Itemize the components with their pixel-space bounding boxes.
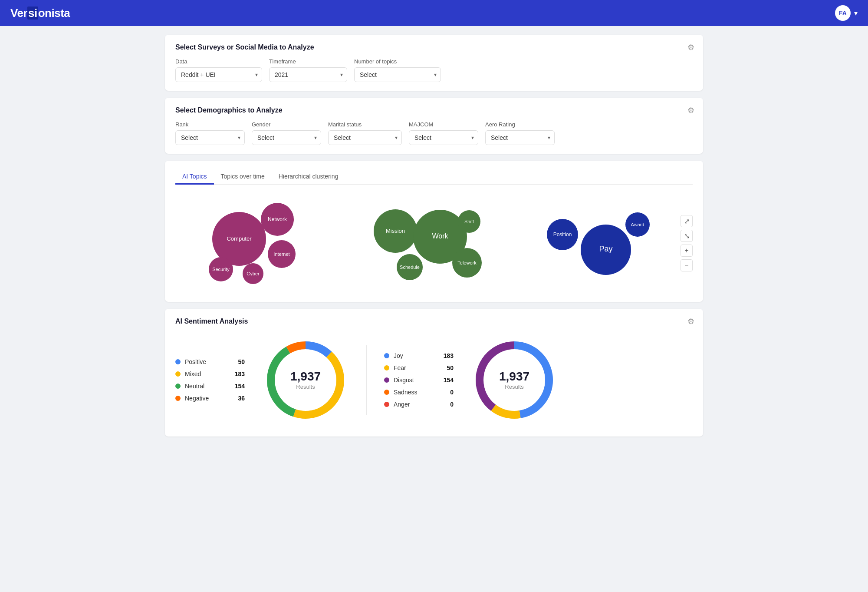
rank-select-wrapper: Select ▾	[175, 130, 245, 145]
avatar[interactable]: FA	[835, 5, 851, 21]
left-donut: 1,937 Results	[262, 337, 349, 423]
zoom-controls: ⤢ ⤡ + −	[681, 215, 693, 271]
legend-disgust: Disgust 154	[384, 377, 454, 384]
timeframe-select[interactable]: 2021 2020 2019	[269, 67, 347, 82]
data-select[interactable]: Reddit + UEI Survey Social Media	[175, 67, 262, 82]
bubble-group-tech: Computer Network Internet Security Cyber	[200, 193, 313, 293]
gender-select[interactable]: Select	[252, 130, 321, 145]
disgust-label: Disgust	[394, 377, 439, 384]
negative-value: 36	[238, 395, 245, 402]
bubble-cyber-label: Cyber	[247, 271, 260, 276]
majcom-label: MAJCOM	[409, 121, 478, 128]
disgust-dot	[384, 377, 389, 383]
zoom-out-button[interactable]: −	[681, 259, 693, 271]
data-select-wrapper: Reddit + UEI Survey Social Media ▾	[175, 67, 262, 82]
data-label: Data	[175, 58, 262, 65]
sentiment-content: Positive 50 Mixed 183 Neutral 154 Negati…	[175, 332, 693, 428]
tab-hierarchical-clustering[interactable]: Hierarchical clustering	[272, 169, 345, 185]
positive-dot	[175, 359, 181, 364]
bubble-network-label: Network	[268, 216, 287, 222]
negative-label: Negative	[185, 395, 233, 402]
left-donut-center: 1,937 Results	[290, 370, 321, 390]
bubble-security-label: Security	[212, 267, 230, 272]
tab-ai-topics[interactable]: AI Topics	[175, 169, 214, 185]
num-topics-select-wrapper: Select 5 10 15 ▾	[354, 67, 441, 82]
topics-tabs: AI Topics Topics over time Hierarchical …	[175, 169, 693, 185]
joy-value: 183	[444, 352, 454, 359]
bubble-work-label: Work	[432, 232, 448, 240]
topics-card: AI Topics Topics over time Hierarchical …	[165, 161, 703, 302]
rank-select[interactable]: Select	[175, 130, 245, 145]
marital-status-field-group: Marital status Select ▾	[328, 121, 402, 145]
gender-label: Gender	[252, 121, 321, 128]
disgust-value: 154	[444, 377, 454, 384]
right-donut-center: 1,937 Results	[499, 370, 529, 390]
majcom-select[interactable]: Select	[409, 130, 478, 145]
bubble-shift-label: Shift	[464, 219, 474, 224]
aero-rating-field-group: Aero Rating Select ▾	[485, 121, 555, 145]
zoom-in-button[interactable]: +	[681, 245, 693, 257]
topics-viz-container: Computer Network Internet Security Cyber…	[175, 193, 693, 293]
sadness-label: Sadness	[394, 389, 446, 396]
neutral-value: 154	[235, 383, 245, 390]
main-content: Select Surveys or Social Media to Analyz…	[130, 26, 738, 452]
rank-label: Rank	[175, 121, 245, 128]
num-topics-label: Number of topics	[354, 58, 441, 65]
mixed-label: Mixed	[185, 370, 230, 377]
bubble-award-label: Award	[631, 222, 644, 227]
anger-label: Anger	[394, 401, 446, 408]
sentiment-right-legend: Joy 183 Fear 50 Disgust 154 Sadness 0	[384, 352, 454, 408]
chevron-down-icon[interactable]: ▾	[854, 9, 858, 17]
mixed-dot	[175, 371, 181, 377]
positive-label: Positive	[185, 358, 233, 365]
majcom-field-group: MAJCOM Select ▾	[409, 121, 478, 145]
joy-label: Joy	[394, 352, 439, 359]
demographics-gear-icon[interactable]: ⚙	[687, 106, 694, 115]
compress-button[interactable]: ⤡	[681, 230, 693, 242]
legend-neutral: Neutral 154	[175, 383, 245, 390]
legend-positive: Positive 50	[175, 358, 245, 365]
sentiment-divider	[366, 345, 367, 415]
legend-fear: Fear 50	[384, 364, 454, 371]
fear-label: Fear	[394, 364, 442, 371]
surveys-gear-icon[interactable]: ⚙	[687, 43, 694, 52]
marital-status-select-wrapper: Select ▾	[328, 130, 402, 145]
bubble-internet-label: Internet	[274, 251, 290, 257]
bubble-viz: Computer Network Internet Security Cyber…	[175, 193, 681, 293]
right-donut-label: Results	[499, 384, 529, 390]
app-logo: Versionista	[10, 7, 70, 20]
num-topics-select[interactable]: Select 5 10 15	[354, 67, 441, 82]
joy-dot	[384, 353, 389, 358]
timeframe-select-wrapper: 2021 2020 2019 ▾	[269, 67, 347, 82]
legend-anger: Anger 0	[384, 401, 454, 408]
bubble-mission-label: Mission	[386, 228, 405, 234]
positive-value: 50	[238, 358, 245, 365]
marital-status-select[interactable]: Select	[328, 130, 402, 145]
sadness-dot	[384, 390, 389, 395]
surveys-card: Select Surveys or Social Media to Analyz…	[165, 35, 703, 91]
bubble-telework-label: Telework	[457, 260, 477, 265]
legend-negative: Negative 36	[175, 395, 245, 402]
neutral-label: Neutral	[185, 383, 230, 390]
app-header: Versionista FA ▾	[0, 0, 868, 26]
num-topics-field-group: Number of topics Select 5 10 15 ▾	[354, 58, 441, 82]
right-donut-total: 1,937	[499, 370, 529, 383]
fear-dot	[384, 365, 389, 370]
aero-rating-select-wrapper: Select ▾	[485, 130, 555, 145]
sentiment-gear-icon[interactable]: ⚙	[687, 317, 694, 326]
aero-rating-select[interactable]: Select	[485, 130, 555, 145]
legend-mixed: Mixed 183	[175, 370, 245, 377]
negative-dot	[175, 396, 181, 401]
neutral-dot	[175, 384, 181, 389]
fear-value: 50	[447, 364, 454, 371]
bubble-group-pay: Position Pay Award	[539, 202, 656, 284]
sentiment-left-legend: Positive 50 Mixed 183 Neutral 154 Negati…	[175, 358, 245, 402]
tab-topics-over-time[interactable]: Topics over time	[214, 169, 272, 185]
bubble-computer-label: Computer	[227, 235, 252, 242]
sentiment-card: AI Sentiment Analysis ⚙ Positive 50 Mixe…	[165, 309, 703, 437]
surveys-card-title: Select Surveys or Social Media to Analyz…	[175, 43, 693, 51]
majcom-select-wrapper: Select ▾	[409, 130, 478, 145]
surveys-form-row: Data Reddit + UEI Survey Social Media ▾ …	[175, 58, 693, 82]
expand-button[interactable]: ⤢	[681, 215, 693, 227]
anger-value: 0	[450, 401, 454, 408]
